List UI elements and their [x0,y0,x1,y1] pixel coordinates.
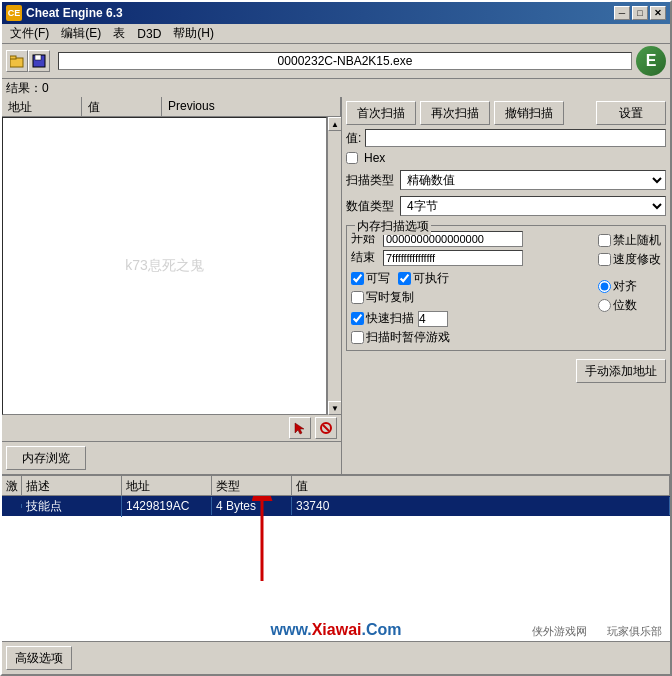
bottom-button-row: 高级选项 [2,641,670,674]
next-scan-button[interactable]: 再次扫描 [420,101,490,125]
close-button[interactable]: ✕ [650,6,666,20]
process-input[interactable] [58,52,632,70]
hex-checkbox[interactable] [346,152,358,164]
row-addr: 1429819AC [122,497,212,515]
end-label: 结束 [351,249,379,266]
col-addr-header: 地址 [2,97,82,116]
stop-button[interactable] [315,417,337,439]
result-label: 结果： [6,80,42,97]
memory-scan-options-title: 内存扫描选项 [355,218,431,235]
executable-option: 可执行 [398,270,449,287]
main-content: 地址 值 Previous k73息死之鬼 ▲ ▼ [2,97,670,474]
speed-modify-checkbox[interactable] [598,253,611,266]
menu-file[interactable]: 文件(F) [4,23,55,44]
main-window: CE Cheat Engine 6.3 ─ □ ✕ 文件(F) 编辑(E) 表 … [0,0,672,676]
maximize-button[interactable]: □ [632,6,648,20]
watermark: k73息死之鬼 [125,257,204,275]
scan-type-label: 扫描类型 [346,172,396,189]
data-type-row: 数值类型 4字节 [346,195,666,217]
save-button[interactable] [28,50,50,72]
right-panel: 首次扫描 再次扫描 撤销扫描 设置 值: Hex 扫描类型 精确数值 [342,97,670,474]
executable-label: 可执行 [413,270,449,287]
titlebar-buttons: ─ □ ✕ [614,6,666,20]
pointer-icon [293,421,307,435]
left-panel: 地址 值 Previous k73息死之鬼 ▲ ▼ [2,97,342,474]
svg-line-6 [323,425,329,431]
scan-type-row: 扫描类型 精确数值 [346,169,666,191]
col-desc-header: 描述 [22,476,122,495]
svg-rect-3 [35,55,41,60]
speed-modify-option: 速度修改 [598,251,661,268]
disable-random-label: 禁止随机 [613,232,661,249]
align-radio[interactable] [598,280,611,293]
row-val: 33740 [292,497,670,515]
bottom-table-header: 激活 描述 地址 类型 值 [2,476,670,496]
cancel-scan-button[interactable]: 撤销扫描 [494,101,564,125]
result-count: 0 [42,81,49,95]
fast-scan-option: 快速扫描 [351,310,414,327]
copy-on-write-label: 写时复制 [366,289,414,306]
scan-list-scrollbar[interactable]: ▲ ▼ [327,117,341,415]
writable-label: 可写 [366,270,390,287]
writable-checkbox[interactable] [351,272,364,285]
pause-game-label: 扫描时暂停游戏 [366,329,450,346]
pointer-tool-button[interactable] [289,417,311,439]
col-val2-header: 值 [292,476,670,495]
minimize-button[interactable]: ─ [614,6,630,20]
list-header: 地址 值 Previous [2,97,341,117]
bits-radio[interactable] [598,299,611,312]
settings-button[interactable]: 设置 [596,101,666,125]
col-val-header: 值 [82,97,162,116]
app-icon: CE [6,5,22,21]
col-type-header: 类型 [212,476,292,495]
scan-type-select[interactable]: 精确数值 [400,170,666,190]
hex-label: Hex [364,151,385,165]
scan-buttons: 首次扫描 再次扫描 撤销扫描 设置 [346,101,666,125]
menu-help[interactable]: 帮助(H) [167,23,220,44]
process-icon: E [636,46,666,76]
value-input[interactable] [365,129,666,147]
copy-on-write-checkbox[interactable] [351,291,364,304]
open-button[interactable] [6,50,28,72]
advanced-options-button[interactable]: 高级选项 [6,646,72,670]
writable-option: 可写 [351,270,390,287]
col-prev-header: Previous [162,97,341,116]
align-label: 对齐 [613,278,637,295]
manual-add-button[interactable]: 手动添加地址 [576,359,666,383]
folder-icon [10,54,24,68]
disable-random-checkbox[interactable] [598,234,611,247]
row-desc: 技能点 [22,496,122,517]
scroll-up-button[interactable]: ▲ [328,117,341,131]
memory-scan-options-group: 内存扫描选项 开始 结束 [346,225,666,351]
menu-table[interactable]: 表 [107,23,131,44]
end-address-input[interactable] [383,250,523,266]
watermark-url: www.Xiawai.Com [270,621,401,638]
data-type-select[interactable]: 4字节 [400,196,666,216]
scroll-track [328,131,341,401]
fast-scan-label: 快速扫描 [366,310,414,327]
scroll-down-button[interactable]: ▼ [328,401,341,415]
menu-edit[interactable]: 编辑(E) [55,23,107,44]
speed-modify-label: 速度修改 [613,251,661,268]
titlebar: CE Cheat Engine 6.3 ─ □ ✕ [2,2,670,24]
col-addr2-header: 地址 [122,476,212,495]
svg-rect-1 [10,56,16,59]
disable-random-option: 禁止随机 [598,232,661,249]
executable-checkbox[interactable] [398,272,411,285]
menu-d3d[interactable]: D3D [131,25,167,43]
bottom-area: 激活 描述 地址 类型 值 技能点 1429819AC 4 Bytes 3374… [2,474,670,674]
first-scan-button[interactable]: 首次扫描 [346,101,416,125]
pause-game-checkbox[interactable] [351,331,364,344]
fast-scan-checkbox[interactable] [351,312,364,325]
red-arrow-annotation [222,496,302,591]
memory-browser-button[interactable]: 内存浏览 [6,446,86,470]
table-row[interactable]: 技能点 1429819AC 4 Bytes 33740 [2,496,670,516]
fast-scan-value-input[interactable] [418,311,448,327]
copy-on-write-option: 写时复制 [351,289,590,306]
value-row: 值: [346,129,666,147]
data-type-label: 数值类型 [346,198,396,215]
window-title: Cheat Engine 6.3 [26,6,614,20]
result-bar: 结果： 0 [2,79,670,97]
bits-label: 位数 [613,297,637,314]
col-active-header: 激活 [2,476,22,495]
